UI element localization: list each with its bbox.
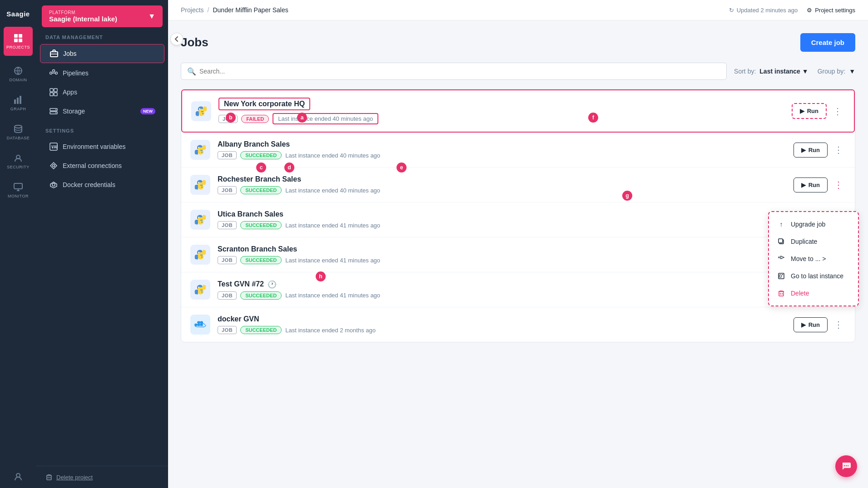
monitor-icon-label: MONITOR bbox=[8, 194, 29, 198]
data-management-section: DATA MANAGEMENT bbox=[36, 35, 168, 44]
last-instance-text: Last instance ended 41 minutes ago bbox=[285, 257, 380, 264]
delete-project-button[interactable]: Delete project bbox=[45, 473, 159, 481]
sidebar-pipelines-label: Pipelines bbox=[63, 69, 89, 77]
duplicate-icon bbox=[777, 237, 785, 246]
svg-point-29 bbox=[55, 113, 56, 113]
delete-project-label: Delete project bbox=[56, 474, 93, 481]
status-badge-succeeded: SUCCEEDED bbox=[240, 186, 282, 194]
env-vars-icon: VAR bbox=[49, 142, 58, 151]
play-icon: ▶ bbox=[800, 108, 804, 114]
storage-icon bbox=[49, 107, 58, 116]
run-button[interactable]: ▶ Run bbox=[792, 103, 827, 119]
more-options-button[interactable]: ⋮ bbox=[831, 177, 846, 192]
svg-rect-59 bbox=[779, 291, 784, 296]
context-menu-duplicate[interactable]: Duplicate bbox=[769, 233, 858, 250]
job-type-tag: JOB bbox=[218, 256, 237, 264]
svg-rect-51 bbox=[200, 324, 203, 325]
job-type-tag: JOB bbox=[218, 151, 237, 159]
platform-info: PLATFORM Saagie (Internal lake) bbox=[49, 10, 117, 23]
job-icon-python bbox=[190, 140, 210, 160]
logo-area: Saagie bbox=[0, 5, 36, 27]
svg-point-17 bbox=[50, 72, 52, 74]
job-meta: JOB SUCCEEDED Last instance ended 2 mont… bbox=[218, 326, 786, 334]
svg-point-48 bbox=[201, 291, 203, 293]
sidebar-icon-graph[interactable]: GRAPH bbox=[0, 89, 36, 118]
table-row: Utica Branch Sales JOB SUCCEEDED Last in… bbox=[181, 202, 855, 237]
job-icon-python bbox=[191, 101, 211, 121]
job-meta: JOB SUCCEEDED Last instance ended 40 min… bbox=[218, 151, 786, 159]
group-arrow-icon: ▼ bbox=[849, 68, 855, 75]
sidebar-item-docker-creds[interactable]: Docker credentials bbox=[40, 176, 164, 194]
sidebar-item-pipelines[interactable]: Pipelines bbox=[40, 64, 164, 82]
sidebar-icon-profile[interactable] bbox=[0, 465, 36, 488]
sidebar-icon-domain[interactable]: DOMAIN bbox=[0, 59, 36, 89]
annotation-c: c bbox=[256, 163, 266, 173]
projects-icon bbox=[13, 33, 23, 43]
svg-rect-23 bbox=[54, 89, 57, 92]
updated-label: Updated 2 minutes ago bbox=[737, 7, 798, 14]
more-options-button[interactable]: ⋮ bbox=[831, 317, 846, 332]
context-menu-upgrade[interactable]: ↑ Upgrade job bbox=[769, 216, 858, 233]
sidebar-icon-security[interactable]: SECURITY bbox=[0, 147, 36, 176]
breadcrumb-projects-link[interactable]: Projects bbox=[181, 6, 204, 14]
context-menu: ↑ Upgrade job Duplicate Move bbox=[768, 211, 859, 306]
svg-point-38 bbox=[202, 113, 203, 114]
sidebar-icon-monitor[interactable]: MONITOR bbox=[0, 176, 36, 205]
sort-by-label: Sort by: bbox=[734, 68, 756, 75]
status-badge-succeeded: SUCCEEDED bbox=[240, 256, 282, 264]
run-button[interactable]: ▶ Run bbox=[794, 317, 828, 332]
job-name: Scranton Branch Sales bbox=[218, 245, 786, 253]
sidebar-docker-creds-label: Docker credentials bbox=[63, 181, 115, 188]
more-options-button[interactable]: ⋮ bbox=[830, 104, 845, 118]
domain-icon bbox=[13, 66, 23, 76]
job-name: docker GVN bbox=[218, 315, 786, 323]
annotation-a: a bbox=[297, 113, 307, 123]
pipelines-icon bbox=[49, 69, 58, 78]
run-button[interactable]: ▶ Run bbox=[794, 143, 828, 158]
context-menu-last-instance[interactable]: Go to last instance bbox=[769, 267, 858, 285]
svg-rect-6 bbox=[14, 99, 16, 104]
job-icon-python bbox=[190, 175, 210, 195]
last-instance-text: Last instance ended 40 minutes ago bbox=[285, 187, 380, 194]
create-job-button[interactable]: Create job bbox=[800, 33, 855, 52]
sidebar-icon-database[interactable]: DATABASE bbox=[0, 118, 36, 147]
svg-rect-22 bbox=[50, 89, 53, 92]
sidebar-item-apps[interactable]: Apps bbox=[40, 83, 164, 101]
group-by-button[interactable]: ▼ bbox=[849, 68, 855, 75]
chat-bubble-button[interactable] bbox=[835, 455, 857, 477]
sidebar-item-ext-conn[interactable]: External connections bbox=[40, 157, 164, 175]
run-button[interactable]: ▶ Run bbox=[794, 177, 828, 192]
updated-text: ↻ Updated 2 minutes ago bbox=[729, 7, 798, 14]
icon-sidebar: Saagie PROJECTS DOMAIN bbox=[0, 0, 36, 488]
svg-rect-2 bbox=[14, 39, 18, 42]
more-options-button[interactable]: ⋮ bbox=[831, 143, 846, 157]
platform-arrow-icon: ▼ bbox=[148, 12, 155, 20]
context-menu-move[interactable]: Move to ... > bbox=[769, 250, 858, 267]
sidebar-icon-projects[interactable]: PROJECTS bbox=[4, 27, 33, 56]
job-actions: ▶ Run ⋮ bbox=[794, 177, 846, 192]
job-actions: ▶ Run ⋮ bbox=[792, 103, 845, 119]
ext-conn-icon bbox=[49, 161, 58, 170]
collapse-sidebar-button[interactable] bbox=[170, 33, 183, 45]
table-row: Scranton Branch Sales JOB SUCCEEDED Last… bbox=[181, 237, 855, 272]
play-icon: ▶ bbox=[801, 182, 806, 188]
job-info: Scranton Branch Sales JOB SUCCEEDED Last… bbox=[218, 245, 786, 264]
play-icon: ▶ bbox=[801, 321, 806, 328]
svg-point-45 bbox=[198, 251, 199, 253]
sidebar-storage-label: Storage bbox=[63, 108, 85, 115]
sort-by-button[interactable]: Last instance ▼ bbox=[759, 68, 808, 75]
platform-selector[interactable]: PLATFORM Saagie (Internal lake) ▼ bbox=[42, 5, 163, 27]
sidebar-item-env-vars[interactable]: VAR Environment variables bbox=[40, 138, 164, 156]
svg-point-9 bbox=[15, 125, 22, 128]
gear-icon: ⚙ bbox=[807, 7, 812, 14]
svg-point-14 bbox=[16, 473, 20, 477]
breadcrumb: Projects / Dunder Mifflin Paper Sales bbox=[181, 6, 288, 14]
table-row: Test GVN #72 🕐 JOB SUCCEEDED Last instan… bbox=[181, 272, 855, 307]
projects-icon-label: PROJECTS bbox=[6, 45, 30, 49]
search-input[interactable] bbox=[181, 63, 727, 80]
context-menu-delete[interactable]: Delete bbox=[769, 285, 858, 302]
project-settings-button[interactable]: ⚙ Project settings bbox=[807, 7, 855, 14]
sidebar-item-jobs[interactable]: Jobs bbox=[40, 44, 164, 63]
sidebar-item-storage[interactable]: Storage NEW bbox=[40, 102, 164, 120]
top-bar-actions: ↻ Updated 2 minutes ago ⚙ Project settin… bbox=[729, 7, 855, 14]
